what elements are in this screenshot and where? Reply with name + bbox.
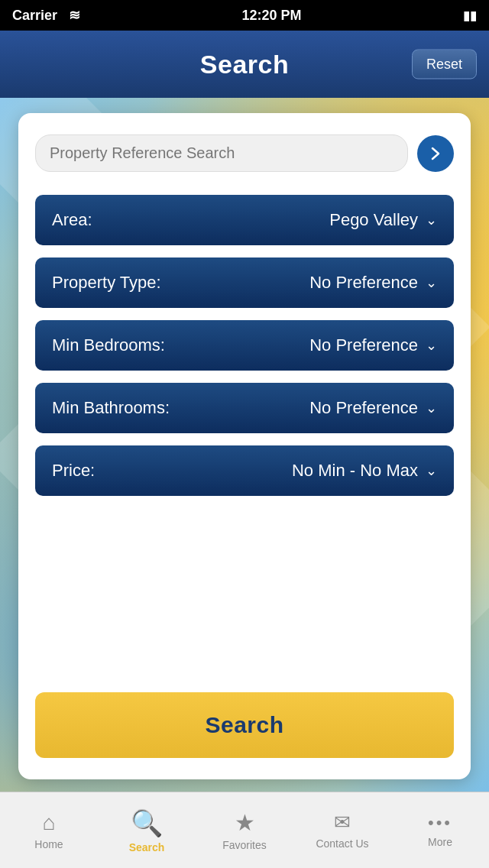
tab-contact-label: Contact Us bbox=[316, 837, 368, 850]
tab-search[interactable]: 🔍 Search bbox=[98, 800, 196, 861]
search-tab-icon: 🔍 bbox=[131, 808, 163, 838]
contact-icon: ✉ bbox=[334, 811, 351, 834]
dropdown-row-2[interactable]: Min Bedrooms:No Preference ⌄ bbox=[35, 320, 454, 371]
dropdown-row-4[interactable]: Price:No Min - No Max ⌄ bbox=[35, 445, 454, 496]
chevron-down-icon-3: ⌄ bbox=[426, 400, 437, 416]
dropdown-label-0: Area: bbox=[52, 210, 92, 230]
dropdown-label-3: Min Bathrooms: bbox=[52, 398, 170, 418]
dropdown-value-3: No Preference ⌄ bbox=[309, 398, 437, 418]
tab-more-label: More bbox=[428, 836, 452, 848]
dropdown-value-2: No Preference ⌄ bbox=[309, 335, 437, 355]
chevron-down-icon-1: ⌄ bbox=[426, 274, 437, 291]
dropdown-row-3[interactable]: Min Bathrooms:No Preference ⌄ bbox=[35, 383, 454, 433]
chevron-down-icon-2: ⌄ bbox=[426, 337, 437, 354]
home-icon: ⌂ bbox=[43, 811, 56, 835]
tab-favorites-label: Favorites bbox=[222, 839, 267, 851]
favorites-icon: ★ bbox=[235, 809, 255, 836]
dropdown-row-1[interactable]: Property Type:No Preference ⌄ bbox=[35, 257, 454, 308]
main-card: Area:Pego Valley ⌄Property Type:No Prefe… bbox=[18, 113, 471, 779]
dropdowns-container: Area:Pego Valley ⌄Property Type:No Prefe… bbox=[35, 195, 454, 508]
property-search-row bbox=[35, 134, 454, 172]
time-label: 12:20 PM bbox=[242, 8, 302, 24]
chevron-down-icon-4: ⌄ bbox=[426, 462, 437, 479]
more-icon: ••• bbox=[428, 813, 452, 833]
dropdown-label-2: Min Bedrooms: bbox=[52, 335, 165, 355]
carrier-label: Carrier ≋ bbox=[12, 7, 80, 24]
tab-home-label: Home bbox=[34, 838, 63, 850]
dropdown-row-0[interactable]: Area:Pego Valley ⌄ bbox=[35, 195, 454, 245]
reset-button[interactable]: Reset bbox=[412, 50, 477, 79]
search-go-button[interactable] bbox=[417, 135, 454, 172]
dropdown-label-4: Price: bbox=[52, 461, 95, 481]
dropdown-label-1: Property Type: bbox=[52, 273, 161, 293]
nav-bar: Search Reset bbox=[0, 31, 489, 98]
tab-contact[interactable]: ✉ Contact Us bbox=[293, 803, 391, 857]
dropdown-value-4: No Min - No Max ⌄ bbox=[292, 461, 437, 481]
battery-icon: ▮▮ bbox=[463, 8, 477, 23]
search-action-button[interactable]: Search bbox=[35, 692, 454, 758]
tab-bar: ⌂ Home 🔍 Search ★ Favorites ✉ Contact Us… bbox=[0, 792, 489, 868]
chevron-down-icon-0: ⌄ bbox=[426, 212, 437, 228]
status-bar: Carrier ≋ 12:20 PM ▮▮ bbox=[0, 0, 489, 31]
dropdown-value-0: Pego Valley ⌄ bbox=[329, 210, 437, 230]
property-search-input[interactable] bbox=[50, 144, 393, 162]
tab-home[interactable]: ⌂ Home bbox=[0, 803, 98, 858]
tab-more[interactable]: ••• More bbox=[391, 805, 489, 856]
arrow-right-icon bbox=[426, 144, 445, 163]
tab-search-label: Search bbox=[129, 841, 165, 853]
nav-title: Search bbox=[200, 50, 289, 79]
tab-favorites[interactable]: ★ Favorites bbox=[196, 802, 293, 859]
property-search-input-wrapper[interactable] bbox=[35, 134, 408, 172]
dropdown-value-1: No Preference ⌄ bbox=[309, 273, 437, 293]
